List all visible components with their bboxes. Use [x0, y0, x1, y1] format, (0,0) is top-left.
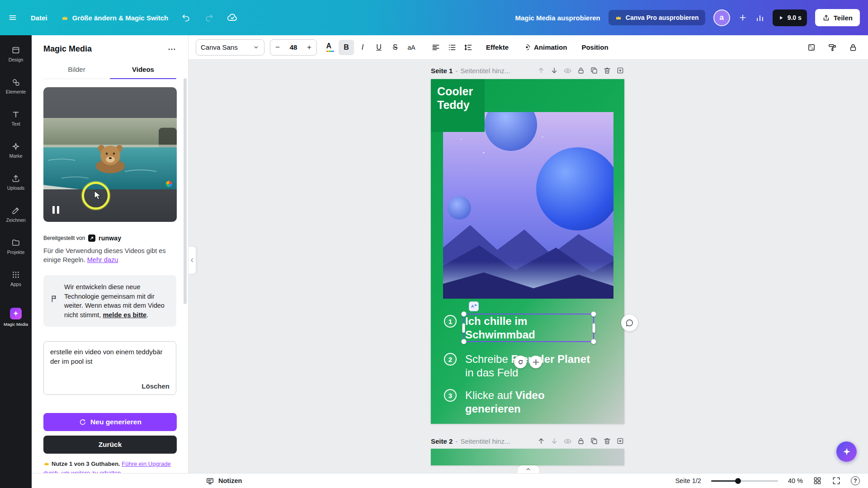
sidebar-item-projekte[interactable]: Projekte	[0, 230, 32, 263]
sidebar-item-zeichnen[interactable]: Zeichnen	[0, 198, 32, 230]
avatar[interactable]: a	[713, 9, 730, 26]
comment-button[interactable]	[621, 314, 638, 331]
share-button[interactable]: Teilen	[815, 9, 860, 26]
move-handle[interactable]	[529, 356, 542, 368]
selection-handle-sw[interactable]	[461, 339, 467, 344]
selection-handle-ne[interactable]	[591, 311, 596, 317]
regenerate-button[interactable]: Neu generieren	[43, 413, 177, 431]
delete-page-icon[interactable]	[603, 437, 611, 445]
sidebar-item-design[interactable]: Design	[0, 38, 32, 70]
move-page-up-icon[interactable]	[537, 437, 545, 445]
design-page-1[interactable]: Cooler Teddy 1 Ich chille im Schwimmbad …	[431, 79, 624, 424]
fullscreen-icon[interactable]	[832, 476, 841, 485]
step-text-2[interactable]: Schreibe Fremder Planet in das Feld	[465, 352, 594, 380]
underline-button[interactable]: U	[371, 40, 387, 55]
design-badge[interactable]: Cooler Teddy	[431, 79, 485, 132]
hide-page-icon[interactable]	[563, 437, 572, 446]
video-preview[interactable]	[43, 87, 177, 222]
effects-button[interactable]: Effekte	[481, 40, 513, 54]
report-link[interactable]: melde es bitte	[103, 311, 146, 319]
prompt-box: erstelle ein video von einem teddybär de…	[43, 341, 176, 395]
strikethrough-button[interactable]: S	[387, 40, 403, 55]
clear-prompt-button[interactable]: Löschen	[142, 382, 170, 390]
delete-page-icon[interactable]	[603, 66, 611, 75]
page1-title-placeholder[interactable]: Seitentitel hinz...	[460, 67, 510, 75]
alignment-button[interactable]	[428, 40, 443, 55]
font-size-value[interactable]: 48	[285, 43, 302, 51]
more-options-icon[interactable]	[167, 45, 176, 54]
file-menu-button[interactable]: Datei	[31, 14, 47, 22]
move-page-down-icon[interactable]	[550, 66, 558, 75]
font-family-select[interactable]: Canva Sans	[196, 39, 264, 56]
selection-handle-w[interactable]	[462, 323, 465, 333]
sidebar-item-text[interactable]: Text	[0, 102, 32, 134]
zoom-slider[interactable]	[711, 478, 778, 484]
resize-magic-switch-button[interactable]: Größe ändern & Magic Switch	[61, 14, 169, 22]
prompt-textarea[interactable]: erstelle ein video von einem teddybär de…	[50, 347, 170, 382]
move-page-up-icon[interactable]	[537, 66, 545, 75]
comment-bubble-icon	[625, 319, 634, 327]
lock-page-icon[interactable]	[577, 66, 585, 75]
sidebar-item-uploads[interactable]: Uploads	[0, 166, 32, 198]
pause-button[interactable]	[52, 206, 59, 214]
step-text-3[interactable]: Klicke auf Video generieren	[465, 389, 594, 416]
try-magic-media-button[interactable]: Magic Media ausprobieren	[515, 14, 600, 22]
sidebar-item-apps[interactable]: Apps	[0, 263, 32, 295]
page2-title-placeholder[interactable]: Seitentitel hinz...	[460, 437, 510, 445]
copy-style-button[interactable]	[825, 40, 840, 55]
grid-view-icon[interactable]	[813, 476, 822, 485]
zoom-slider-thumb[interactable]	[735, 478, 741, 484]
sidebar-item-elemente[interactable]: Elemente	[0, 70, 32, 102]
back-button[interactable]: Zurück	[43, 436, 177, 454]
selection-handle-e[interactable]	[592, 323, 595, 333]
transparency-button[interactable]	[804, 40, 819, 55]
notes-button[interactable]: Notizen	[206, 477, 242, 485]
move-page-down-icon[interactable]	[550, 437, 558, 445]
spacing-button[interactable]	[461, 40, 476, 55]
insights-icon[interactable]	[755, 13, 764, 22]
try-canva-pro-button[interactable]: Canva Pro ausprobieren	[609, 10, 705, 25]
add-page-icon[interactable]	[616, 437, 624, 445]
list-button[interactable]	[444, 40, 460, 55]
lock-page-icon[interactable]	[577, 437, 585, 445]
present-play-button[interactable]: 9.0 s	[773, 9, 807, 26]
rules-link[interactable]: Mehr dazu	[87, 256, 118, 263]
hamburger-menu-icon[interactable]	[8, 13, 17, 22]
italic-button[interactable]: I	[355, 40, 370, 55]
position-button[interactable]: Position	[577, 40, 613, 54]
text-color-button[interactable]: A	[322, 40, 338, 55]
font-size-decrease-button[interactable]: −	[270, 43, 285, 52]
hide-page-icon[interactable]	[563, 66, 572, 75]
redo-button[interactable]	[204, 13, 213, 22]
collapse-bottom-panel-button[interactable]	[518, 465, 539, 473]
bold-button[interactable]: B	[339, 40, 354, 55]
collapse-panel-handle[interactable]	[189, 246, 196, 274]
help-button[interactable]: ?	[851, 476, 860, 485]
sidebar-item-magic-media[interactable]: Magic Media	[0, 301, 32, 333]
selection-handle-se[interactable]	[591, 339, 596, 344]
add-page-icon[interactable]	[616, 66, 624, 75]
lock-button[interactable]	[845, 40, 861, 55]
tab-bilder[interactable]: Bilder	[43, 61, 110, 79]
alien-planet-image[interactable]	[443, 112, 613, 299]
text-selection-box[interactable]	[463, 314, 594, 342]
font-size-increase-button[interactable]: +	[302, 43, 316, 52]
text-case-button[interactable]: aA	[404, 40, 419, 55]
selection-handle-nw[interactable]	[461, 311, 467, 317]
duplicate-page-icon[interactable]	[590, 66, 598, 75]
page-indicator[interactable]: Seite 1/2	[675, 477, 701, 484]
rotate-handle[interactable]	[514, 356, 527, 368]
sidebar-item-marke[interactable]: Marke	[0, 134, 32, 166]
notes-icon	[206, 477, 214, 485]
tab-videos[interactable]: Videos	[110, 61, 176, 79]
add-member-button[interactable]	[738, 13, 747, 22]
canva-assistant-button[interactable]	[836, 441, 857, 462]
duplicate-page-icon[interactable]	[590, 437, 598, 445]
cloud-save-status-icon[interactable]	[227, 12, 238, 23]
design-page-2[interactable]	[431, 449, 624, 465]
translate-icon[interactable]: A	[469, 301, 479, 311]
animation-button[interactable]: Animation	[519, 40, 571, 54]
canvas-area[interactable]: Seite 1 - Seitentitel hinz... Cooler Ted…	[189, 60, 868, 473]
panel-scrollbar[interactable]	[184, 78, 187, 304]
undo-button[interactable]	[182, 13, 191, 22]
